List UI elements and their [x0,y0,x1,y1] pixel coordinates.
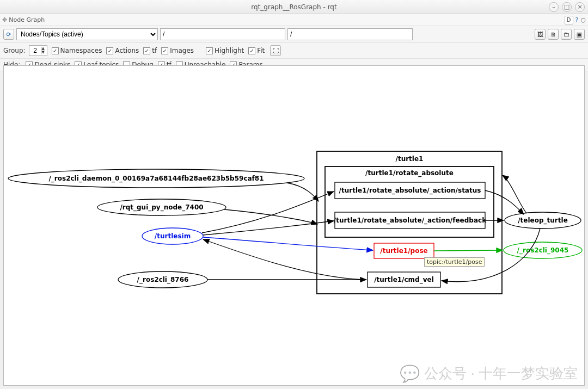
window-close-button[interactable]: × [575,2,585,12]
help-icon[interactable]: ? [575,16,579,23]
node-rqt-gui-label: /rqt_gui_py_node_7400 [120,203,203,212]
topic-pose-label: /turtle1/pose [380,247,427,255]
graph-canvas[interactable]: /turtle1 /turtle1/rotate_absolute /turtl… [3,65,585,386]
window-title: rqt_graph__RosGraph - rqt [0,3,588,11]
detach-icon: ✥ [2,16,7,23]
node-teleop-turtle-label: /teleop_turtle [518,217,568,225]
topic-cmd-vel-label: /turtle1/cmd_vel [374,276,434,284]
node-ros2cli-daemon-label: /_ros2cli_daemon_0_00169a7a68144fb28ae62… [48,175,264,183]
mode-dropdown[interactable]: Nodes/Topics (active) [16,28,158,40]
actions-checkbox[interactable]: ✓Actions [106,47,139,54]
refresh-button[interactable]: ⟳ [3,29,14,40]
fit-icon: ⛶ [273,47,279,54]
window-minimize-button[interactable]: – [549,2,559,12]
image-icon: 🖼 [537,31,543,38]
group-turtle1-label: /turtle1 [396,155,424,163]
panel-title: Node Graph [9,16,45,23]
refresh-icon: ⟳ [6,31,11,38]
screen-icon: ▣ [577,31,582,38]
edge-teleop-actiongroup [503,175,526,213]
load-dot-button[interactable]: 🗀 [561,29,572,40]
tooltip: topic:/turtle1/pose [424,257,485,267]
edge-rqtgui-turtle1 [224,209,317,224]
topic-filter-input[interactable] [287,28,413,40]
node-ros2cli-8766-label: /_ros2cli_8766 [137,276,189,284]
node-filter-input[interactable] [160,28,285,40]
d-button[interactable]: D [565,16,573,24]
edge-turtlesim-status [202,192,334,233]
group-value-input[interactable] [29,47,41,54]
topic-feedback-label: /turtle1/rotate_absolute/_action/feedbac… [334,217,487,225]
folder-icon: 🗀 [564,31,569,38]
images-checkbox[interactable]: ✓Images [161,47,194,54]
toolbar-row-1: ⟳ Nodes/Topics (active) 🖼 🗎 🗀 ▣ [0,26,588,43]
window-titlebar: rqt_graph__RosGraph - rqt – □ × [0,0,588,14]
fit-view-button[interactable]: ⛶ [270,45,281,56]
group-spinbox[interactable]: ▲▼ [29,45,47,56]
tf-checkbox[interactable]: ✓tf [143,47,157,54]
toolbar-row-2: Group: ▲▼ ✓Namespaces ✓Actions ✓tf ✓Imag… [0,43,588,59]
menu-icon[interactable]: ○ [580,16,586,23]
node-ros2cli-9045-label: /_ros2cli_9045 [517,246,569,255]
namespaces-checkbox[interactable]: ✓Namespaces [52,47,102,54]
group-rotate-absolute-label: /turtle1/rotate_absolute [365,169,454,177]
highlight-checkbox[interactable]: ✓Highlight [206,47,244,54]
panel-header: ✥ Node Graph D ? ○ [0,14,588,26]
group-label: Group: [3,47,26,54]
edge-cmdvel-turtlesim [203,239,366,280]
node-turtlesim-label: /turtlesim [155,232,191,240]
edge-status-teleop [485,190,524,214]
save-image-button[interactable]: 🖼 [535,29,546,40]
edge-teleop-cmdvel [442,229,540,282]
edge-daemon-turtle1 [287,183,318,201]
fit-checkbox[interactable]: ✓Fit [248,47,265,54]
window-maximize-button[interactable]: □ [562,2,572,12]
spin-down-icon[interactable]: ▼ [42,51,47,54]
topic-status-label: /turtle1/rotate_absolute/_action/status [339,187,481,195]
document-icon: 🗎 [550,31,556,38]
edge-pose-9045 [434,250,503,251]
save-dot-button[interactable]: 🗎 [548,29,559,40]
fullscreen-button[interactable]: ▣ [574,29,585,40]
